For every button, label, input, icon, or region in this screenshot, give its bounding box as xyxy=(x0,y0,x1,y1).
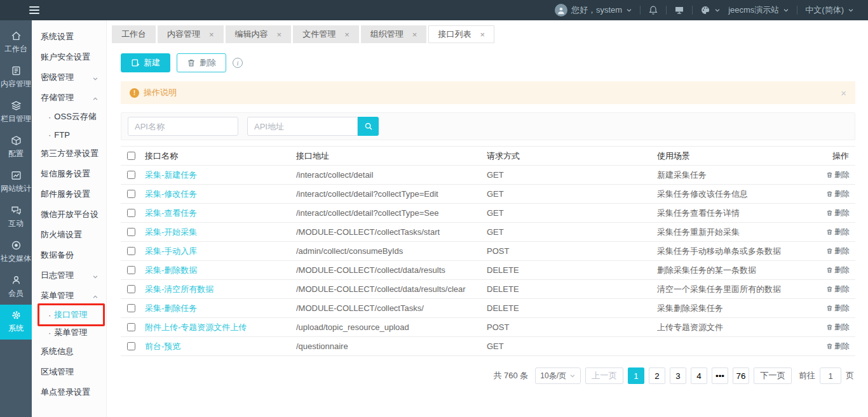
row-delete-button[interactable]: 删除 xyxy=(826,304,851,312)
row-delete-button[interactable]: 删除 xyxy=(826,285,851,293)
menu-item-0[interactable]: 系统设置 xyxy=(32,27,106,47)
delete-button[interactable]: 删除 xyxy=(177,53,226,72)
row-checkbox[interactable] xyxy=(127,228,135,236)
menu-item-1[interactable]: 账户安全设置 xyxy=(32,47,106,67)
search-button[interactable] xyxy=(358,117,379,136)
row-checkbox[interactable] xyxy=(127,247,135,255)
api-name-link[interactable]: 采集-手动入库 xyxy=(145,246,197,256)
api-url-input[interactable] xyxy=(247,117,358,136)
rail-item-1[interactable]: 内容管理 xyxy=(0,60,32,95)
rail-item-5[interactable]: 互动 xyxy=(0,200,32,235)
new-button[interactable]: 新建 xyxy=(121,53,170,72)
api-name-link[interactable]: 采集-查看任务 xyxy=(145,208,197,218)
rail-item-4[interactable]: 网站统计 xyxy=(0,165,32,200)
rail-item-label: 互动 xyxy=(8,218,24,229)
rail-item-6[interactable]: 社交媒体 xyxy=(0,235,32,270)
menu-item-11[interactable]: 数据备份 xyxy=(32,245,106,265)
tab-4[interactable]: 组织管理× xyxy=(361,25,427,43)
hamburger-menu-icon[interactable] xyxy=(29,6,39,14)
row-checkbox[interactable] xyxy=(127,190,135,198)
rail-item-3[interactable]: 配置 xyxy=(0,130,32,165)
menu-item-4[interactable]: ·OSS云存储 xyxy=(32,108,106,126)
row-checkbox[interactable] xyxy=(127,209,135,217)
api-name-link[interactable]: 采集-删除数据 xyxy=(145,265,197,275)
api-name-link[interactable]: 采集-修改任务 xyxy=(145,189,197,199)
search-icon xyxy=(364,122,373,131)
row-checkbox[interactable] xyxy=(127,266,135,274)
row-delete-button[interactable]: 删除 xyxy=(826,190,851,198)
site-selector[interactable]: jeecms演示站 xyxy=(728,4,789,16)
menu-item-10[interactable]: 防火墙设置 xyxy=(32,225,106,245)
row-delete-button[interactable]: 删除 xyxy=(826,228,851,236)
menu-item-17[interactable]: 区域管理 xyxy=(32,362,106,382)
row-checkbox[interactable] xyxy=(127,342,135,350)
menu-item-12[interactable]: 日志管理 xyxy=(32,265,106,286)
page-button-3[interactable]: 3 xyxy=(670,367,686,384)
menu-item-14[interactable]: ·接口管理 xyxy=(32,306,106,324)
row-delete-button[interactable]: 删除 xyxy=(826,171,851,179)
api-name-link[interactable]: 采集-清空所有数据 xyxy=(145,284,214,294)
api-name-link[interactable]: 采集-开始采集 xyxy=(145,227,197,237)
api-name-input[interactable] xyxy=(128,117,238,136)
api-name-link[interactable]: 采集-新建任务 xyxy=(145,170,197,180)
rail-item-7[interactable]: 会员 xyxy=(0,270,32,305)
api-url-cell: /interact/collect/detail?collectType=See xyxy=(296,207,487,219)
page-button-4[interactable]: 4 xyxy=(691,367,707,384)
row-delete-button[interactable]: 删除 xyxy=(826,323,851,331)
language-selector[interactable]: 中文(简体) xyxy=(805,4,854,16)
close-tab-icon[interactable]: × xyxy=(480,30,485,39)
row-checkbox[interactable] xyxy=(127,304,135,312)
rail-item-2[interactable]: 栏目管理 xyxy=(0,95,32,130)
row-delete-button[interactable]: 删除 xyxy=(826,209,851,217)
close-tab-icon[interactable]: × xyxy=(209,30,214,39)
row-checkbox[interactable] xyxy=(127,323,135,331)
tab-5[interactable]: 接口列表× xyxy=(428,25,494,43)
rail-item-8[interactable]: 系统 xyxy=(0,305,32,340)
select-all-checkbox[interactable] xyxy=(127,152,135,160)
info-icon[interactable]: i xyxy=(233,58,243,68)
tab-3[interactable]: 文件管理× xyxy=(293,25,359,43)
row-delete-button[interactable]: 删除 xyxy=(826,247,851,255)
prev-page-button[interactable]: 上一页 xyxy=(585,367,623,384)
menu-item-2[interactable]: 密级管理 xyxy=(32,67,106,88)
tab-2[interactable]: 编辑内容× xyxy=(226,25,292,43)
theme-menu[interactable] xyxy=(700,5,721,15)
menu-item-8[interactable]: 邮件服务设置 xyxy=(32,184,106,204)
content: 新建 删除 i ! 操作说明 × 接口名称接口地址请求方式 xyxy=(107,47,868,384)
close-tab-icon[interactable]: × xyxy=(412,30,417,39)
row-checkbox[interactable] xyxy=(127,285,135,293)
divider xyxy=(666,6,667,15)
page-button-2[interactable]: 2 xyxy=(649,367,665,384)
menu-item-7[interactable]: 短信服务设置 xyxy=(32,164,106,184)
tab-1[interactable]: 内容管理× xyxy=(158,25,224,43)
menu-item-9[interactable]: 微信开放平台设置 xyxy=(32,204,106,225)
scene-cell xyxy=(657,345,826,348)
page-size-select[interactable]: 10条/页 xyxy=(535,367,581,384)
close-icon[interactable]: × xyxy=(841,88,846,98)
rail-item-0[interactable]: 工作台 xyxy=(0,25,32,60)
monitor-icon[interactable] xyxy=(674,5,684,15)
more-pages-button[interactable]: ••• xyxy=(712,367,728,384)
close-tab-icon[interactable]: × xyxy=(344,30,349,39)
menu-item-15[interactable]: ·菜单管理 xyxy=(32,324,106,341)
api-name-link[interactable]: 采集-删除任务 xyxy=(145,303,197,313)
user-menu[interactable]: 您好，system xyxy=(555,4,632,17)
menu-item-3[interactable]: 存储管理 xyxy=(32,88,106,108)
row-delete-button[interactable]: 删除 xyxy=(826,342,851,350)
menu-item-16[interactable]: 系统信息 xyxy=(32,341,106,362)
api-name-link[interactable]: 附件上传-专题资源文件上传 xyxy=(145,322,247,332)
menu-item-5[interactable]: ·FTP xyxy=(32,126,106,143)
api-name-link[interactable]: 前台-预览 xyxy=(145,341,180,351)
menu-item-6[interactable]: 第三方登录设置 xyxy=(32,143,106,164)
menu-item-13[interactable]: 菜单管理 xyxy=(32,286,106,306)
menu-item-18[interactable]: 单点登录设置 xyxy=(32,382,106,402)
row-checkbox[interactable] xyxy=(127,171,135,179)
page-button-1[interactable]: 1 xyxy=(628,367,644,384)
bell-icon[interactable] xyxy=(648,5,658,15)
tab-0[interactable]: 工作台 xyxy=(112,25,156,43)
row-delete-button[interactable]: 删除 xyxy=(826,266,851,274)
goto-page-input[interactable] xyxy=(820,367,841,384)
page-button-76[interactable]: 76 xyxy=(733,367,749,384)
close-tab-icon[interactable]: × xyxy=(277,30,282,39)
next-page-button[interactable]: 下一页 xyxy=(754,367,792,384)
